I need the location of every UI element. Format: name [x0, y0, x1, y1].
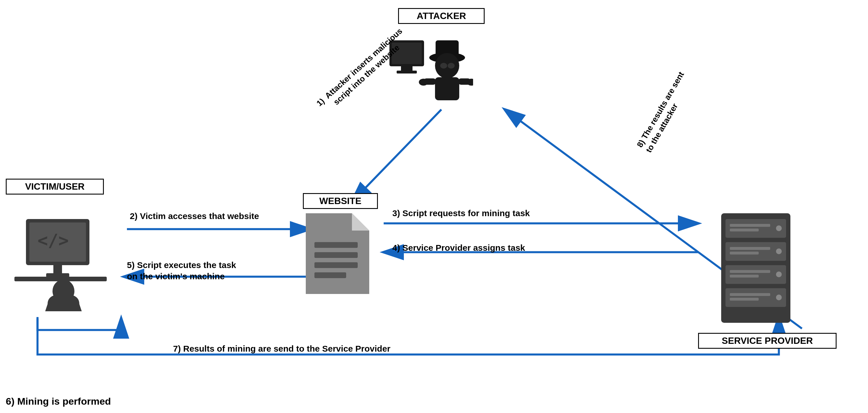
step6-label: 6) Mining is performed: [6, 395, 111, 408]
victim-label-box: VICTIM/USER: [6, 179, 104, 195]
step2-label: 2) Victim accesses that website: [130, 210, 259, 221]
step7-label: 7) Results of mining are send to the Ser…: [173, 343, 391, 354]
svg-point-40: [776, 248, 782, 254]
svg-rect-26: [53, 265, 62, 274]
website-label: WEBSITE: [319, 196, 362, 206]
svg-rect-18: [435, 77, 459, 100]
svg-rect-31: [314, 252, 358, 258]
svg-rect-37: [730, 224, 770, 227]
step3-label: 3) Script requests for mining task: [392, 207, 530, 219]
svg-point-16: [440, 63, 447, 69]
svg-rect-33: [314, 272, 346, 278]
website-figure: [297, 207, 378, 301]
svg-point-36: [776, 226, 782, 231]
svg-rect-38: [730, 229, 759, 232]
svg-rect-41: [730, 247, 770, 250]
step8-label: 8) The results are sent to the attacker: [634, 70, 696, 155]
svg-rect-50: [730, 298, 759, 301]
service-provider-label: SERVICE PROVIDER: [722, 336, 813, 346]
step5-label: 5) Script executes the task on the victi…: [127, 260, 236, 282]
svg-point-17: [448, 63, 455, 69]
svg-line-3: [352, 109, 441, 202]
attacker-label-box: ATTACKER: [398, 8, 485, 24]
svg-rect-49: [730, 293, 770, 296]
victim-label: VICTIM/USER: [25, 181, 85, 192]
victim-figure: </>: [9, 196, 118, 312]
attacker-label: ATTACKER: [416, 11, 466, 21]
step4-label: 4) Service Provider assigns task: [392, 242, 525, 253]
svg-text:</>: </>: [37, 230, 69, 250]
svg-rect-42: [730, 252, 759, 254]
svg-point-48: [776, 295, 782, 300]
svg-rect-30: [314, 242, 358, 248]
svg-point-44: [776, 272, 782, 277]
diagram: ATTACKER: [0, 0, 868, 413]
svg-rect-32: [314, 262, 358, 268]
service-provider-figure: [710, 207, 802, 330]
svg-rect-12: [397, 71, 417, 73]
svg-point-21: [419, 79, 428, 85]
website-label-box: WEBSITE: [303, 193, 378, 209]
svg-rect-45: [730, 270, 770, 273]
service-provider-label-box: SERVICE PROVIDER: [698, 333, 837, 349]
svg-rect-27: [46, 273, 69, 277]
svg-rect-46: [730, 275, 759, 278]
